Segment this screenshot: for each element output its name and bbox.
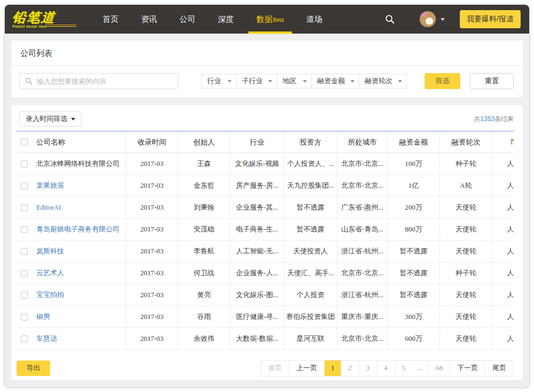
industry-cell: 文化娱乐-视频 [230, 153, 284, 174]
row-checkbox[interactable] [21, 248, 28, 255]
row-checkbox[interactable] [21, 204, 28, 211]
pagination-page-2[interactable]: 2 [341, 361, 359, 376]
founder-cell: 金东哲 [177, 175, 230, 196]
nav-item-0[interactable]: 首页 [91, 5, 130, 34]
reset-filter-button[interactable]: 重置 [470, 73, 514, 89]
filter-dropdown-4[interactable]: 融资轮次 [359, 74, 407, 89]
company-name-link[interactable]: 云艺术人 [36, 268, 64, 278]
user-avatar[interactable] [419, 11, 436, 28]
city-cell: 浙江省-杭州... [337, 241, 387, 262]
date-cell: 2017-03 [126, 262, 177, 284]
chevron-down-icon [350, 80, 355, 83]
pagination-page-1: 1 [324, 361, 341, 376]
pagination-page-4[interactable]: 4 [376, 361, 395, 376]
row-checkbox[interactable] [21, 292, 28, 299]
company-name-link[interactable]: 青岛厨娘电子商务有限公司 [36, 225, 120, 234]
export-button[interactable]: 导出 [17, 361, 50, 376]
investor-cell: 赛伯乐投资集团 [284, 306, 337, 327]
company-name-cell: EditorAI [34, 197, 126, 218]
row-checkbox[interactable] [21, 226, 28, 233]
company-name-link[interactable]: EditorAI [36, 203, 61, 212]
table-card: 录入时间筛选 共1353条结果 公司名称收录时间创始人行业投资方所处城市融资金额… [11, 105, 523, 380]
table-body: 北京冰蜂网络科技有限公司2017-03王森文化娱乐-视频个人投资人、...北京市… [17, 153, 514, 350]
filter-dropdown-0[interactable]: 行业 [201, 74, 237, 89]
city-cell: 山东省-青岛... [337, 219, 387, 240]
nav-item-5[interactable]: 道场 [295, 5, 334, 34]
column-header-0: 公司名称 [34, 132, 126, 153]
company-name-link[interactable]: 车慧达 [36, 334, 57, 343]
chevron-down-icon [268, 80, 272, 83]
pagination-page-5[interactable]: 5 [395, 361, 413, 376]
investor-cell: 星河互联 [284, 328, 337, 349]
row-checkbox-cell [17, 219, 34, 240]
amount-cell: 暂不透露 [387, 284, 439, 306]
founder-cell: 刘秉翰 [177, 197, 230, 218]
company-name-cell: 椒男 [34, 306, 126, 327]
investor-cell: 天使投资人 [284, 241, 337, 262]
row-checkbox[interactable] [21, 335, 28, 342]
nav-item-1[interactable]: 资讯 [130, 5, 168, 34]
header-checkbox-cell [17, 132, 34, 153]
table-scroll-area[interactable]: 公司名称收录时间创始人行业投资方所处城市融资金额融资轮次币种 北京冰蜂网络科技有… [17, 131, 514, 350]
result-count-number: 1353 [480, 115, 494, 123]
chevron-down-icon [227, 80, 232, 83]
search-icon[interactable] [385, 14, 395, 24]
row-checkbox-cell [17, 328, 34, 349]
round-cell: 天使轮 [439, 219, 492, 240]
founder-cell: 余效伟 [177, 328, 230, 349]
report-news-button[interactable]: 我要爆料/报道 [460, 10, 521, 28]
filter-dropdown-2[interactable]: 地区 [277, 74, 312, 89]
amount-cell: 600万 [387, 328, 439, 349]
company-name-link[interactable]: 宝宝拍拍 [36, 290, 64, 300]
avatar-dropdown-caret-icon[interactable] [441, 18, 445, 21]
company-name-link[interactable]: 椒男 [36, 312, 50, 322]
search-input[interactable] [37, 77, 172, 85]
top-navbar: 铅笔道 Pencil never lies 首页资讯公司深度数据Beta道场 我… [5, 5, 529, 34]
logo-underline-decoration [45, 25, 76, 27]
filter-dropdown-1[interactable]: 子行业 [236, 74, 277, 89]
date-cell: 2017-03 [126, 328, 177, 349]
pagination-nav-10[interactable]: 尾页 [485, 361, 513, 376]
company-name-link[interactable]: 棠果旅居 [36, 181, 64, 190]
pagination-nav-9[interactable]: 下一页 [450, 361, 485, 376]
pagination-page-3[interactable]: 3 [359, 361, 377, 376]
date-cell: 2017-03 [126, 306, 177, 327]
result-count: 共1353条结果 [474, 115, 514, 124]
company-name-link[interactable]: 岚斯科技 [36, 246, 64, 256]
city-cell: 浙江省-杭州... [337, 284, 387, 306]
row-checkbox[interactable] [21, 182, 28, 189]
city-cell: 北京市-北京... [337, 262, 387, 284]
site-logo[interactable]: 铅笔道 Pencil never lies [12, 11, 77, 28]
app-window: 铅笔道 Pencil never lies 首页资讯公司深度数据Beta道场 我… [4, 4, 530, 388]
chevron-down-icon [71, 118, 75, 121]
column-header-5: 所处城市 [337, 132, 387, 153]
table-row: 棠果旅居2017-03金东哲房产服务-房...天九控股集团...北京市-北京..… [17, 175, 514, 197]
industry-cell: 房产服务-房... [230, 175, 284, 196]
nav-item-label: 深度 [218, 14, 234, 25]
pagination-page-68[interactable]: 68 [428, 361, 450, 376]
currency-cell: 人民币 [492, 175, 514, 196]
pagination: 首页上一页12345...68下一页尾页 [261, 360, 514, 377]
pagination-disabled-0: 首页 [261, 361, 289, 376]
row-checkbox[interactable] [21, 270, 28, 277]
select-all-checkbox[interactable] [21, 139, 28, 146]
filter-dropdown-3[interactable]: 融资金额 [311, 74, 359, 89]
company-name-cell: 云艺术人 [34, 262, 126, 284]
founder-cell: 黄亮 [177, 284, 230, 306]
row-checkbox[interactable] [21, 314, 28, 321]
nav-item-3[interactable]: 深度 [207, 5, 245, 34]
date-cell: 2017-03 [126, 175, 177, 196]
round-cell: A轮 [439, 175, 492, 196]
round-cell: 天使轮 [439, 284, 492, 306]
pagination-nav-1[interactable]: 上一页 [289, 361, 324, 376]
entry-time-filter-button[interactable]: 录入时间筛选 [19, 111, 82, 126]
industry-cell: 文化娱乐-图... [230, 284, 284, 306]
nav-item-2[interactable]: 公司 [168, 5, 207, 34]
city-cell: 重庆市-重庆... [337, 306, 387, 327]
date-cell: 2017-03 [126, 197, 177, 218]
nav-item-4[interactable]: 数据Beta [245, 5, 295, 34]
result-count-suffix: 条结果 [494, 115, 514, 123]
row-checkbox[interactable] [21, 161, 28, 167]
apply-filter-button[interactable]: 筛选 [425, 73, 460, 89]
company-table: 公司名称收录时间创始人行业投资方所处城市融资金额融资轮次币种 北京冰蜂网络科技有… [17, 131, 514, 350]
